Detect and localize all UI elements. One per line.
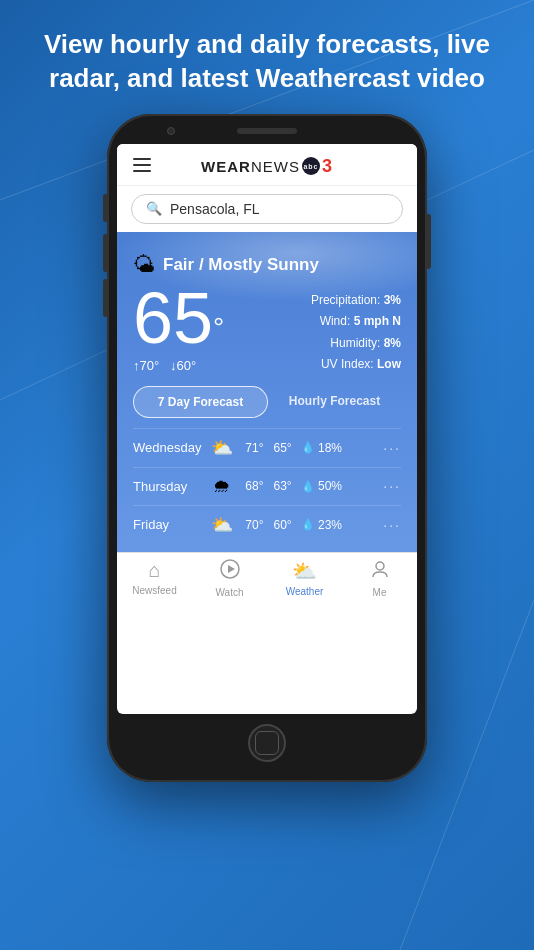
- phone-screen: WEAR NEWS abc 3 🔍 Pensacola, FL: [117, 144, 417, 714]
- condition-text: Fair / Mostly Sunny: [163, 255, 319, 275]
- logo-abc-badge: abc: [302, 157, 320, 175]
- humidity-detail: Humidity: 8%: [311, 333, 401, 355]
- nav-label-me: Me: [373, 587, 387, 598]
- phone-side-button-vol-up: [103, 234, 107, 272]
- home-button-inner: [255, 731, 279, 755]
- weather-details-panel: Precipitation: 3% Wind: 5 mph N Humidity…: [311, 282, 401, 376]
- bottom-nav: ⌂ Newsfeed Watch: [117, 552, 417, 602]
- forecast-tabs: 7 Day Forecast Hourly Forecast: [133, 386, 401, 418]
- logo-number: 3: [322, 156, 333, 177]
- nav-label-watch: Watch: [216, 587, 244, 598]
- day-more-0[interactable]: ···: [383, 440, 401, 456]
- day-name-0: Wednesday: [133, 440, 208, 455]
- nav-icon-watch: [220, 559, 240, 584]
- svg-rect-3: [133, 158, 151, 160]
- day-temps-1: 68° 63°: [236, 479, 301, 493]
- main-temperature: 65°: [133, 282, 224, 354]
- day-icon-2: ⛅: [208, 514, 236, 536]
- nav-item-me[interactable]: Me: [342, 559, 417, 598]
- app-logo: WEAR NEWS abc 3: [201, 156, 333, 177]
- high-temp: ↑70°: [133, 358, 159, 373]
- day-name-2: Friday: [133, 517, 208, 532]
- phone-frame: WEAR NEWS abc 3 🔍 Pensacola, FL: [107, 114, 427, 782]
- day-precip-0: 💧 18%: [301, 441, 383, 455]
- nav-label-newsfeed: Newsfeed: [132, 585, 176, 596]
- forecast-row-0[interactable]: Wednesday ⛅ 71° 65° 💧 18% ···: [133, 428, 401, 467]
- tab-7day[interactable]: 7 Day Forecast: [133, 386, 268, 418]
- logo-wear: WEAR: [201, 158, 251, 175]
- svg-point-8: [376, 562, 384, 570]
- nav-icon-newsfeed: ⌂: [148, 559, 160, 582]
- day-more-2[interactable]: ···: [383, 517, 401, 533]
- day-more-1[interactable]: ···: [383, 478, 401, 494]
- forecast-row-2[interactable]: Friday ⛅ 70° 60° 💧 23% ···: [133, 505, 401, 544]
- rain-drop-icon-0: 💧: [301, 441, 315, 454]
- logo-news: NEWS: [251, 158, 300, 175]
- svg-rect-4: [133, 164, 151, 166]
- day-precip-1: 💧 50%: [301, 479, 383, 493]
- nav-icon-me: [370, 559, 390, 584]
- temperature-left: 65° ↑70° ↓60°: [133, 282, 224, 373]
- phone-speaker: [237, 128, 297, 134]
- day-temps-2: 70° 60°: [236, 518, 301, 532]
- nav-item-watch[interactable]: Watch: [192, 559, 267, 598]
- svg-marker-7: [228, 565, 235, 573]
- nav-icon-weather: ⛅: [292, 559, 317, 583]
- search-input[interactable]: 🔍 Pensacola, FL: [131, 194, 403, 224]
- search-icon: 🔍: [146, 201, 162, 216]
- tab-hourly[interactable]: Hourly Forecast: [268, 386, 401, 418]
- day-name-1: Thursday: [133, 479, 208, 494]
- search-location-text: Pensacola, FL: [170, 201, 260, 217]
- weather-content: 🌤 Fair / Mostly Sunny 65° ↑70°: [117, 232, 417, 602]
- day-temps-0: 71° 65°: [236, 441, 301, 455]
- phone-bottom: [117, 714, 417, 768]
- nav-item-newsfeed[interactable]: ⌂ Newsfeed: [117, 559, 192, 598]
- temp-details-row: 65° ↑70° ↓60° Precipitation: 3%: [133, 282, 401, 376]
- svg-rect-5: [133, 170, 151, 172]
- forecast-list: Wednesday ⛅ 71° 65° 💧 18% ··· Thursday: [133, 428, 401, 544]
- nav-item-weather[interactable]: ⛅ Weather: [267, 559, 342, 598]
- weather-condition-icon: 🌤: [133, 252, 155, 278]
- phone-camera: [167, 127, 175, 135]
- day-icon-0: ⛅: [208, 437, 236, 459]
- uv-detail: UV Index: Low: [311, 354, 401, 376]
- wind-detail: Wind: 5 mph N: [311, 311, 401, 333]
- precipitation-detail: Precipitation: 3%: [311, 290, 401, 312]
- forecast-row-1[interactable]: Thursday 🌧 68° 63° 💧 50% ···: [133, 467, 401, 505]
- phone-side-button-vol-down: [103, 279, 107, 317]
- day-icon-1: 🌧: [208, 476, 236, 497]
- low-temp: ↓60°: [170, 358, 196, 373]
- rain-drop-icon-2: 💧: [301, 518, 315, 531]
- rain-drop-icon-1: 💧: [301, 480, 315, 493]
- phone-side-button-mute: [103, 194, 107, 222]
- app-header: WEAR NEWS abc 3: [117, 144, 417, 186]
- nav-label-weather: Weather: [286, 586, 324, 597]
- phone-top-bar: [117, 128, 417, 144]
- day-precip-2: 💧 23%: [301, 518, 383, 532]
- home-button[interactable]: [248, 724, 286, 762]
- phone-side-button-right: [427, 214, 431, 269]
- search-bar-container: 🔍 Pensacola, FL: [117, 186, 417, 232]
- hi-lo-range: ↑70° ↓60°: [133, 358, 224, 373]
- hamburger-menu[interactable]: [133, 156, 151, 177]
- condition-row: 🌤 Fair / Mostly Sunny: [133, 252, 401, 278]
